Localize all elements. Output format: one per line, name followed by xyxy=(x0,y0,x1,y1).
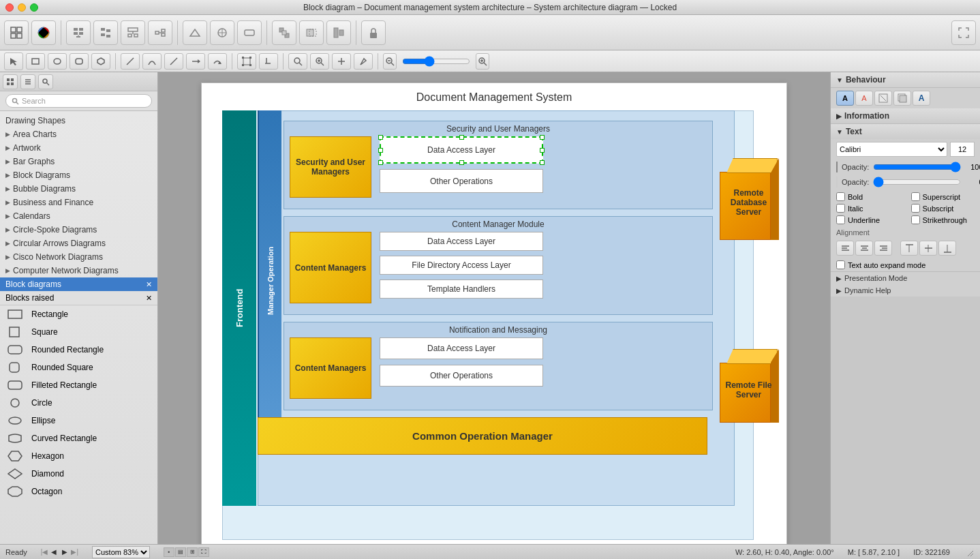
sidebar-item-area-charts[interactable]: ▶ Area Charts xyxy=(0,127,157,141)
bold-checkbox[interactable] xyxy=(836,192,845,201)
color-wheel-button[interactable] xyxy=(31,20,56,45)
format-text-button[interactable]: A xyxy=(913,91,930,106)
format-background-button[interactable] xyxy=(874,91,892,106)
data-access-layer-content[interactable]: Data Access Layer xyxy=(380,232,543,251)
sidebar-item-computer-network[interactable]: ▶ Computer Network Diagrams xyxy=(0,264,157,277)
polygon-tool[interactable] xyxy=(91,53,110,70)
sidebar-item-cisco[interactable]: ▶ Cisco Network Diagrams xyxy=(0,250,157,264)
bend-tool[interactable] xyxy=(164,53,183,70)
shape-item-rectangle[interactable]: Rectangle xyxy=(0,305,157,323)
search-input[interactable]: Search xyxy=(5,94,152,108)
sidebar-item-calendars[interactable]: ▶ Calendars xyxy=(0,209,157,223)
italic-checkbox[interactable] xyxy=(836,204,845,213)
align-center-button[interactable] xyxy=(855,241,873,256)
resize-grip[interactable] xyxy=(964,547,975,558)
text-auto-expand-checkbox[interactable] xyxy=(836,260,845,269)
sidebar-list-toggle[interactable] xyxy=(20,74,35,89)
shape-item-curved-rect[interactable]: Curved Rectangle xyxy=(0,429,157,447)
information-header[interactable]: ▶ Information xyxy=(831,108,980,123)
shape-item-rounded-rect[interactable]: Rounded Rectangle xyxy=(0,341,157,359)
drawing-shapes-header[interactable]: Drawing Shapes xyxy=(0,114,157,127)
pan-tool[interactable] xyxy=(332,53,351,70)
sidebar-item-block-diagrams[interactable]: ▶ Block Diagrams xyxy=(0,168,157,182)
layout3-button[interactable] xyxy=(121,20,145,45)
sidebar-subcategory[interactable]: Blocks raised ✕ xyxy=(0,291,157,305)
resize-tool[interactable] xyxy=(237,53,256,70)
strikethrough-checkbox[interactable] xyxy=(911,215,920,224)
zoom-out-button[interactable] xyxy=(383,53,397,70)
fullscreen-button[interactable] xyxy=(951,20,976,45)
shape-item-octagon[interactable]: Octagon xyxy=(0,483,157,500)
rounded-tool[interactable] xyxy=(70,53,89,70)
align-right-button[interactable] xyxy=(874,241,892,256)
data-access-layer-security[interactable]: Data Access Layer xyxy=(380,136,543,164)
ellipse-tool[interactable] xyxy=(48,53,67,70)
template-handlers[interactable]: Template Handlers xyxy=(380,280,543,299)
color-swatch-2[interactable] xyxy=(836,177,838,187)
sidebar-item-circular-arrows[interactable]: ▶ Circular Arrows Diagrams xyxy=(0,237,157,250)
valign-middle-button[interactable] xyxy=(919,241,937,256)
shape-item-filleted-rect[interactable]: Filleted Rectangle xyxy=(0,376,157,394)
transform3-button[interactable] xyxy=(237,20,262,45)
subscript-checkbox[interactable] xyxy=(911,204,920,213)
zoom-in-button[interactable] xyxy=(310,53,329,70)
opacity-slider-2[interactable] xyxy=(873,179,961,185)
shape-item-hexagon[interactable]: Hexagon xyxy=(0,447,157,465)
zoom-slider[interactable] xyxy=(402,56,470,67)
pen-tool[interactable] xyxy=(354,53,373,70)
font-size-input[interactable] xyxy=(950,142,975,157)
shape-item-diamond[interactable]: Diamond xyxy=(0,465,157,483)
align-left-button[interactable] xyxy=(836,241,854,256)
file-dir-access-layer[interactable]: File Directory Access Layer xyxy=(380,256,543,275)
color-swatch-1[interactable] xyxy=(836,162,838,172)
page-next-button[interactable]: ▶ xyxy=(60,548,70,556)
bold-checkbox-row[interactable]: Bold xyxy=(831,191,906,202)
presentation-mode-row[interactable]: ▶ Presentation Mode xyxy=(831,272,980,284)
close-button[interactable] xyxy=(5,3,14,12)
crop-tool[interactable] xyxy=(259,53,278,70)
sidebar-item-bar-graphs[interactable]: ▶ Bar Graphs xyxy=(0,155,157,168)
zoom-fit-button[interactable] xyxy=(288,53,307,70)
font-select[interactable]: Calibri xyxy=(836,142,947,157)
view-full-button[interactable]: ⛶ xyxy=(198,547,209,557)
line-tool[interactable] xyxy=(121,53,140,70)
close-category-icon[interactable]: ✕ xyxy=(146,280,152,289)
superscript-checkbox[interactable] xyxy=(911,192,920,201)
view-grid-button[interactable]: ⊞ xyxy=(187,547,198,557)
transform-button[interactable] xyxy=(183,20,207,45)
select-tool[interactable] xyxy=(4,52,23,70)
minimize-button[interactable] xyxy=(18,3,26,12)
layout4-button[interactable] xyxy=(148,20,172,45)
view-normal-button[interactable]: ▪ xyxy=(164,547,174,557)
arrange3-button[interactable] xyxy=(326,20,351,45)
sidebar-item-business-finance[interactable]: ▶ Business and Finance xyxy=(0,196,157,209)
zoom-select[interactable]: Custom 83% xyxy=(92,546,150,558)
shape-item-ellipse[interactable]: Ellipse xyxy=(0,412,157,429)
rect-tool[interactable] xyxy=(26,53,45,70)
shape-item-square[interactable]: Square xyxy=(0,323,157,341)
sidebar-view-toggle[interactable] xyxy=(3,74,18,89)
arrange-button[interactable] xyxy=(272,20,296,45)
text-auto-expand-row[interactable]: Text auto expand mode xyxy=(831,258,980,271)
connector-tool[interactable] xyxy=(186,53,205,70)
arrange2-button[interactable] xyxy=(299,20,324,45)
dynamic-help-row[interactable]: ▶ Dynamic Help xyxy=(831,284,980,297)
other-operations-security[interactable]: Other Operations xyxy=(380,169,543,193)
text-header[interactable]: ▼ Text xyxy=(831,124,980,139)
page-prev-button[interactable]: ◀ xyxy=(49,548,59,556)
valign-top-button[interactable] xyxy=(900,241,918,256)
maximize-button[interactable] xyxy=(30,3,38,12)
canvas-scroll[interactable]: Document Management System Frontend Mana… xyxy=(158,72,830,544)
opacity-slider-1[interactable] xyxy=(873,164,961,170)
sidebar-item-bubble-diagrams[interactable]: ▶ Bubble Diagrams xyxy=(0,182,157,196)
underline-checkbox[interactable] xyxy=(836,215,845,224)
sidebar-item-artwork[interactable]: ▶ Artwork xyxy=(0,141,157,155)
strikethrough-checkbox-row[interactable]: Strikethrough xyxy=(906,214,981,226)
zoom-in-canvas-button[interactable] xyxy=(476,53,489,70)
format-bold-button[interactable]: A xyxy=(836,91,854,106)
data-access-layer-notification[interactable]: Data Access Layer xyxy=(380,337,543,359)
superscript-checkbox-row[interactable]: Superscript xyxy=(906,191,981,202)
underline-checkbox-row[interactable]: Underline xyxy=(831,214,906,226)
transform2-button[interactable] xyxy=(210,20,234,45)
lock-button[interactable] xyxy=(361,20,386,45)
